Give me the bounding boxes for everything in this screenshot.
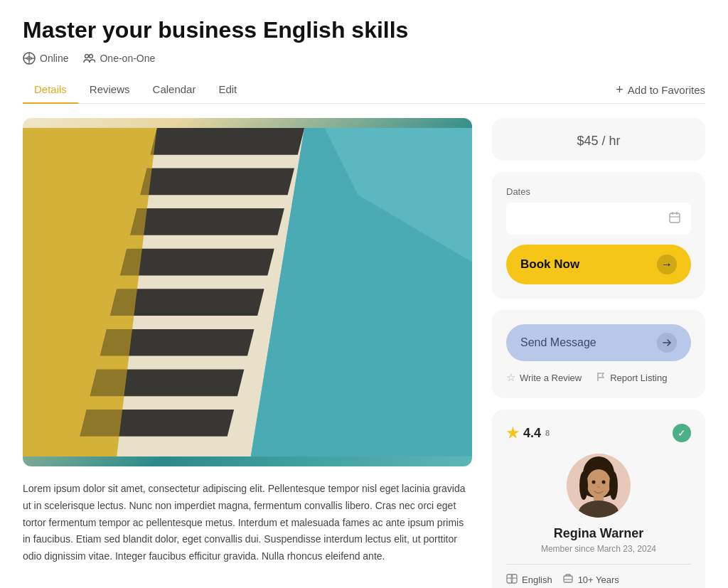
report-listing-link[interactable]: Report Listing [596, 372, 667, 384]
tabs-row: Details Reviews Calendar Edit + Add to F… [23, 76, 705, 104]
one-on-one-label: One-on-One [100, 53, 155, 64]
send-message-icon [657, 333, 677, 353]
profile-name: Regina Warner [506, 526, 691, 541]
report-listing-label: Report Listing [610, 373, 667, 383]
right-column: $45 / hr Dates Book Now → [492, 118, 705, 588]
language-attr: English [506, 573, 552, 587]
rating-left: ★ 4.48 [506, 424, 550, 442]
calendar-icon [668, 211, 681, 226]
main-layout: Lorem ipsum dolor sit amet, consectetur … [23, 118, 705, 588]
book-now-label: Book Now [520, 257, 579, 272]
book-now-button[interactable]: Book Now → [506, 245, 691, 284]
rating-star-icon: ★ [506, 424, 519, 442]
svg-marker-9 [140, 168, 294, 195]
tab-edit[interactable]: Edit [207, 76, 248, 104]
profile-attributes: English 10+ Years [506, 564, 691, 587]
book-now-arrow-icon: → [657, 255, 677, 274]
tab-details[interactable]: Details [23, 76, 78, 104]
online-badge: Online [23, 52, 68, 65]
svg-marker-11 [120, 249, 274, 276]
experience-value: 10+ Years [578, 574, 619, 585]
one-on-one-badge: One-on-One [82, 52, 155, 65]
hero-image [23, 118, 472, 466]
svg-rect-19 [670, 213, 680, 223]
profile-card: ★ 4.48 ✓ [492, 410, 705, 588]
send-message-button[interactable]: Send Message [506, 324, 691, 361]
experience-icon [562, 573, 574, 587]
left-column: Lorem ipsum dolor sit amet, consectetur … [23, 118, 472, 588]
svg-point-28 [579, 471, 588, 500]
price-card: $45 / hr [492, 118, 705, 161]
plus-icon: + [616, 82, 623, 97]
add-favorites-label: Add to Favorites [628, 84, 705, 96]
verified-badge: ✓ [673, 424, 691, 442]
write-review-label: Write a Review [520, 373, 582, 383]
experience-attr: 10+ Years [562, 573, 619, 587]
tab-reviews[interactable]: Reviews [78, 76, 141, 104]
avatar-wrapper [506, 454, 691, 518]
svg-point-4 [90, 55, 93, 58]
add-favorites-button[interactable]: + Add to Favorites [616, 82, 705, 97]
flag-icon [596, 372, 606, 384]
language-value: English [522, 574, 552, 585]
booking-card: Dates Book Now → [492, 172, 705, 299]
date-input[interactable] [506, 203, 691, 235]
rating-value: 4.4 [523, 426, 541, 441]
svg-marker-8 [150, 128, 304, 155]
rating-count: 8 [545, 429, 550, 437]
avatar [567, 454, 631, 518]
star-outline-icon: ☆ [506, 371, 515, 384]
svg-point-32 [592, 481, 596, 484]
svg-point-29 [609, 471, 618, 500]
price-per-hour: $45 / hr [577, 134, 620, 148]
online-icon [23, 52, 36, 65]
description-text: Lorem ipsum dolor sit amet, consectetur … [23, 481, 472, 565]
profile-since: Member since March 23, 2024 [506, 544, 691, 554]
language-icon [506, 573, 518, 587]
tab-calendar[interactable]: Calendar [141, 76, 208, 104]
svg-point-33 [602, 481, 606, 484]
svg-point-3 [85, 55, 89, 58]
rating-row: ★ 4.48 ✓ [506, 424, 691, 442]
online-label: Online [40, 53, 68, 64]
svg-marker-10 [130, 208, 284, 235]
people-icon [82, 52, 95, 65]
message-card: Send Message ☆ Write a Review [492, 310, 705, 398]
meta-row: Online One-on-One [23, 52, 705, 65]
write-review-link[interactable]: ☆ Write a Review [506, 371, 582, 384]
action-links: ☆ Write a Review Report Listing [506, 371, 691, 384]
dates-label: Dates [506, 186, 691, 197]
page-title: Master your business English skills [23, 17, 705, 43]
send-message-label: Send Message [520, 336, 596, 349]
